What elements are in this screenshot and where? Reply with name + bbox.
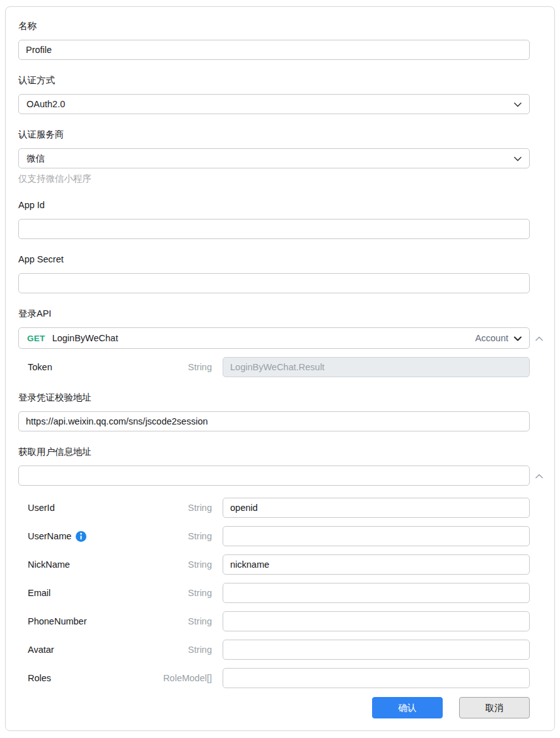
spacer (530, 94, 543, 114)
chevron-down-icon (514, 153, 522, 163)
mapping-field-name: Roles (28, 673, 51, 683)
app-id-input[interactable] (18, 219, 530, 239)
mapping-field-type: String (148, 531, 223, 541)
user-info-url-input[interactable] (18, 466, 530, 486)
login-api-box[interactable]: GET LoginByWeChat Account (18, 327, 530, 349)
cancel-button[interactable]: 取消 (459, 697, 530, 718)
confirm-button[interactable]: 确认 (372, 697, 443, 718)
auth-provider-form-panel: 名称 认证方式 OAuth2.0 认证服务商 微信 仅支持微信小程序 Ap (5, 6, 555, 731)
mapping-row: NickName String (18, 554, 543, 575)
mapping-row: Avatar String (18, 640, 543, 660)
spacer (530, 148, 543, 168)
spacer (530, 668, 543, 688)
auth-method-label: 认证方式 (18, 75, 543, 85)
spacer (530, 583, 543, 603)
chevron-up-icon (535, 333, 543, 343)
login-verify-url-label: 登录凭证校验地址 (18, 392, 543, 402)
spacer (530, 357, 543, 377)
chevron-down-icon (514, 99, 522, 109)
auth-method-value: OAuth2.0 (26, 99, 65, 109)
token-input (223, 357, 530, 377)
mapping-field-name: Avatar (28, 645, 54, 655)
spacer (530, 640, 543, 660)
token-row: Token String (18, 357, 543, 377)
mapping-field-name: PhoneNumber (28, 616, 87, 626)
auth-provider-select[interactable]: 微信 (18, 148, 530, 168)
mapping-field-type: String (148, 503, 223, 513)
collapse-user-info[interactable] (530, 466, 543, 486)
mapping-row: Roles RoleModel[] (18, 668, 543, 688)
name-label: 名称 (18, 21, 543, 31)
user-field-mappings: UserId String UserName (18, 498, 543, 688)
name-input[interactable] (18, 40, 530, 60)
spacer (530, 498, 543, 518)
api-name: LoginByWeChat (52, 333, 119, 343)
spacer (530, 611, 543, 631)
mapping-field-type: RoleModel[] (148, 673, 223, 683)
mapping-field-input[interactable] (223, 583, 530, 603)
mapping-field-type: String (148, 645, 223, 655)
chevron-down-icon (514, 333, 522, 343)
spacer (530, 526, 543, 546)
app-id-label: App Id (18, 200, 543, 210)
auth-method-select[interactable]: OAuth2.0 (18, 94, 530, 114)
mapping-field-input[interactable] (223, 526, 530, 546)
mapping-row: UserName String (18, 526, 543, 546)
login-api-label: 登录API (18, 308, 543, 319)
mapping-field-input[interactable] (223, 611, 530, 631)
mapping-field-type: String (148, 559, 223, 570)
mapping-row: PhoneNumber String (18, 611, 543, 631)
mapping-field-name: UserId (28, 503, 55, 513)
login-verify-url-input[interactable] (18, 411, 530, 431)
auth-provider-label: 认证服务商 (18, 129, 543, 139)
token-type: String (148, 362, 223, 372)
chevron-up-icon (535, 471, 543, 481)
mapping-field-input[interactable] (223, 498, 530, 518)
token-label: Token (28, 362, 148, 372)
mapping-field-name: UserName (28, 531, 71, 541)
auth-provider-value: 微信 (26, 153, 45, 165)
spacer (530, 219, 543, 239)
user-info-url-label: 获取用户信息地址 (18, 447, 543, 457)
mapping-field-name: Email (28, 588, 50, 598)
collapse-login-api[interactable] (530, 328, 543, 348)
spacer (530, 411, 543, 431)
spacer (530, 273, 543, 293)
mapping-field-input[interactable] (223, 554, 530, 575)
api-source-value: Account (475, 333, 508, 343)
mapping-field-input[interactable] (223, 640, 530, 660)
mapping-field-input[interactable] (223, 668, 530, 688)
http-method-badge: GET (27, 334, 45, 343)
spacer (530, 554, 543, 575)
mapping-field-type: String (148, 616, 223, 626)
spacer (530, 40, 543, 60)
api-source-select[interactable]: Account (474, 331, 523, 346)
mapping-field-type: String (148, 588, 223, 598)
mapping-row: Email String (18, 583, 543, 603)
mapping-field-name: NickName (28, 559, 70, 570)
auth-provider-hint: 仅支持微信小程序 (18, 173, 543, 184)
info-icon[interactable] (76, 531, 86, 542)
app-secret-input[interactable] (18, 273, 530, 293)
mapping-row: UserId String (18, 498, 543, 518)
dialog-buttons: 确认 取消 (18, 697, 543, 718)
app-secret-label: App Secret (18, 254, 543, 264)
